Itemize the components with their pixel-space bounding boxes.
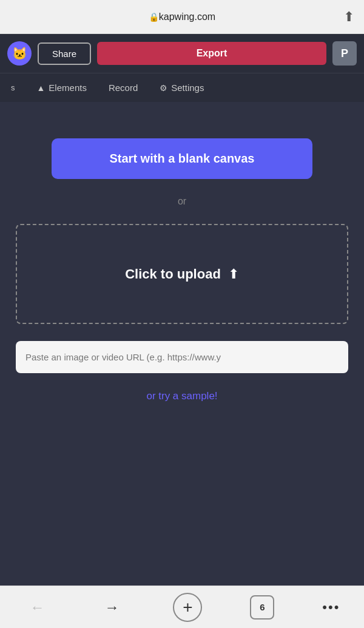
browser-url: kapwing.com: [159, 12, 215, 22]
upload-zone[interactable]: Click to upload ⬆: [16, 224, 348, 324]
nav-label-record: Record: [109, 83, 138, 93]
avatar-emoji: 🐱: [12, 46, 27, 61]
tabs-button[interactable]: 6: [250, 595, 274, 620]
new-tab-button[interactable]: +: [173, 593, 202, 622]
upload-label: Click to upload: [125, 266, 221, 282]
toolbar-nav: s ▲ Elements Record ⚙ Settings: [0, 73, 364, 102]
forward-icon: →: [104, 599, 119, 616]
or-divider: or: [178, 196, 186, 207]
nav-item-templates[interactable]: s: [0, 73, 26, 102]
more-button[interactable]: •••: [322, 599, 340, 615]
settings-icon: ⚙: [160, 83, 167, 93]
nav-label-elements: Elements: [49, 83, 87, 93]
browser-bar: 🔒 kapwing.com ⬆: [0, 0, 364, 34]
forward-button[interactable]: →: [98, 594, 125, 621]
try-sample-link[interactable]: or try a sample!: [146, 390, 217, 402]
url-input[interactable]: [16, 341, 348, 373]
nav-label-settings: Settings: [171, 83, 204, 93]
tabs-count: 6: [260, 602, 265, 612]
nav-item-settings[interactable]: ⚙ Settings: [149, 73, 215, 102]
share-button[interactable]: Share: [38, 42, 91, 65]
avatar: 🐱: [7, 41, 32, 66]
nav-item-record[interactable]: Record: [98, 73, 149, 102]
browser-bottom-nav: ← → + 6 •••: [0, 586, 364, 628]
back-icon: ←: [30, 599, 44, 616]
add-icon: +: [183, 598, 192, 617]
lock-icon: 🔒: [149, 12, 159, 22]
app-header: 🐱 Share Export P: [0, 34, 364, 73]
nav-item-elements[interactable]: ▲ Elements: [26, 73, 98, 102]
elements-icon: ▲: [37, 83, 46, 93]
main-canvas-area: Start with a blank canvas or Click to up…: [0, 102, 364, 586]
more-icon: •••: [322, 599, 340, 615]
browser-share-button[interactable]: ⬆: [343, 9, 354, 25]
export-button[interactable]: Export: [97, 42, 326, 65]
back-button[interactable]: ←: [24, 594, 50, 621]
profile-button[interactable]: P: [332, 41, 357, 66]
templates-partial-icon: s: [11, 83, 15, 92]
upload-icon: ⬆: [228, 266, 239, 282]
blank-canvas-button[interactable]: Start with a blank canvas: [52, 138, 312, 179]
